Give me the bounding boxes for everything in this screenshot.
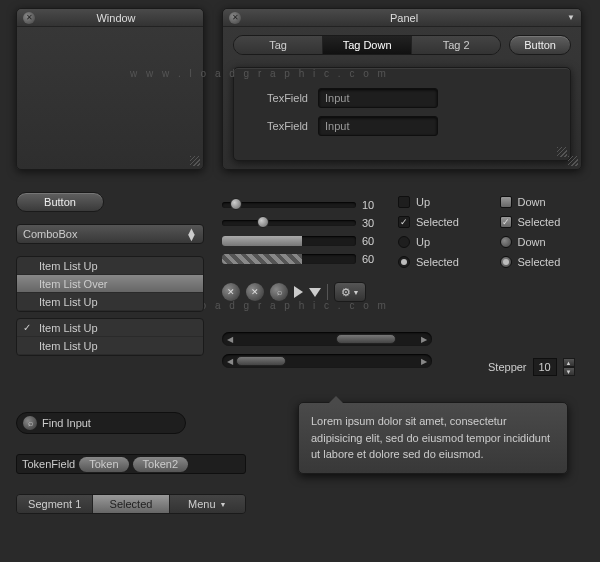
close-circle-icon-2[interactable]: ✕ — [246, 283, 264, 301]
list-2: ✓Item List Up Item List Up — [16, 318, 204, 356]
panel-button[interactable]: Button — [509, 35, 571, 55]
radio-up[interactable] — [398, 236, 410, 248]
triangle-down-icon[interactable] — [309, 288, 321, 297]
controls-grid: Up Down Selected Selected Up Down Select… — [398, 194, 583, 270]
list-item-checked[interactable]: ✓Item List Up — [17, 319, 203, 337]
checkbox-up[interactable] — [398, 196, 410, 208]
slider-2[interactable] — [222, 220, 356, 226]
close-circle-icon[interactable]: ✕ — [222, 283, 240, 301]
slider-2-value: 30 — [356, 217, 380, 229]
button[interactable]: Button — [16, 192, 104, 212]
slider-1[interactable] — [222, 202, 356, 208]
combobox-label: ComboBox — [23, 228, 77, 240]
resize-handle[interactable] — [568, 156, 578, 166]
tab-tag-2[interactable]: Tag 2 — [412, 36, 500, 54]
divider — [327, 284, 328, 300]
gear-menu-button[interactable]: ⚙▼ — [334, 282, 366, 302]
scrollbar-1[interactable]: ◀ ▶ — [222, 332, 432, 346]
field-label-2: TexField — [248, 120, 318, 132]
window: ✕ Window — [16, 8, 204, 170]
scroll-right-icon[interactable]: ▶ — [418, 334, 430, 344]
scroll-left-icon[interactable]: ◀ — [224, 334, 236, 344]
scroll-left-icon[interactable]: ◀ — [224, 356, 236, 366]
chevron-down-icon[interactable]: ▼ — [567, 13, 575, 22]
updown-icon: ▲▼ — [186, 228, 197, 240]
resize-handle[interactable] — [190, 156, 200, 166]
list-item-over[interactable]: Item List Over — [17, 275, 203, 293]
icon-toolbar: ✕ ✕ ⌕ ⚙▼ — [222, 282, 366, 302]
progress-2-value: 60 — [356, 253, 380, 265]
textfield-1[interactable] — [318, 88, 438, 108]
checkbox-down[interactable] — [500, 196, 512, 208]
radio-selected-2[interactable] — [500, 256, 512, 268]
progress-2 — [222, 254, 356, 264]
close-icon[interactable]: ✕ — [23, 12, 35, 24]
resize-handle[interactable] — [557, 147, 567, 157]
scrollbar-2[interactable]: ◀ ▶ — [222, 354, 432, 368]
scrollbar-thumb[interactable] — [336, 334, 396, 344]
window-title: Window — [35, 12, 197, 24]
find-input[interactable]: ⌕ Find Input — [16, 412, 186, 434]
panel-title: Panel — [241, 12, 567, 24]
window-titlebar[interactable]: ✕ Window — [17, 9, 203, 27]
progress-1 — [222, 236, 356, 246]
stepper: Stepper 10 ▲ ▼ — [488, 358, 575, 376]
search-icon: ⌕ — [23, 416, 37, 430]
list-1: Item List Up Item List Over Item List Up — [16, 256, 204, 312]
combobox[interactable]: ComboBox ▲▼ — [16, 224, 204, 244]
gear-icon: ⚙ — [341, 286, 351, 299]
stepper-label: Stepper — [488, 361, 527, 373]
token-pill[interactable]: Token2 — [133, 457, 188, 472]
tab-tag-down[interactable]: Tag Down — [323, 36, 412, 54]
radio-down[interactable] — [500, 236, 512, 248]
checkbox-selected-2[interactable] — [500, 216, 512, 228]
progress-1-value: 60 — [356, 235, 380, 247]
tab-bar: Tag Tag Down Tag 2 — [233, 35, 501, 55]
search-icon[interactable]: ⌕ — [270, 283, 288, 301]
textfield-2[interactable] — [318, 116, 438, 136]
tokenfield-label: TokenField — [22, 458, 75, 470]
tokenfield[interactable]: TokenField Token Token2 — [16, 454, 246, 474]
segment-menu[interactable]: Menu▼ — [170, 495, 245, 513]
play-icon[interactable] — [294, 286, 303, 298]
radio-selected-1[interactable] — [398, 256, 410, 268]
close-icon[interactable]: ✕ — [229, 12, 241, 24]
panel-titlebar[interactable]: ✕ Panel ▼ — [223, 9, 581, 27]
find-placeholder: Find Input — [42, 417, 91, 429]
segmented-control: Segment 1 Selected Menu▼ — [16, 494, 246, 514]
tooltip: Lorem ipsum dolor sit amet, consectetur … — [298, 402, 568, 474]
list-item[interactable]: Item List Up — [17, 337, 203, 355]
list-item[interactable]: Item List Up — [17, 293, 203, 311]
list-item[interactable]: Item List Up — [17, 257, 203, 275]
stepper-value[interactable]: 10 — [533, 358, 557, 376]
stepper-up-icon[interactable]: ▲ — [563, 358, 575, 367]
scroll-right-icon[interactable]: ▶ — [418, 356, 430, 366]
field-label-1: TexField — [248, 92, 318, 104]
tooltip-text: Lorem ipsum dolor sit amet, consectetur … — [311, 415, 550, 460]
stepper-down-icon[interactable]: ▼ — [563, 367, 575, 376]
segment-1[interactable]: Segment 1 — [17, 495, 93, 513]
panel: ✕ Panel ▼ Tag Tag Down Tag 2 Button TexF… — [222, 8, 582, 170]
checkbox-selected-1[interactable] — [398, 216, 410, 228]
slider-1-value: 10 — [356, 199, 380, 211]
segment-selected[interactable]: Selected — [93, 495, 169, 513]
token-pill[interactable]: Token — [79, 457, 128, 472]
tab-tag[interactable]: Tag — [234, 36, 323, 54]
scrollbar-thumb[interactable] — [236, 356, 286, 366]
